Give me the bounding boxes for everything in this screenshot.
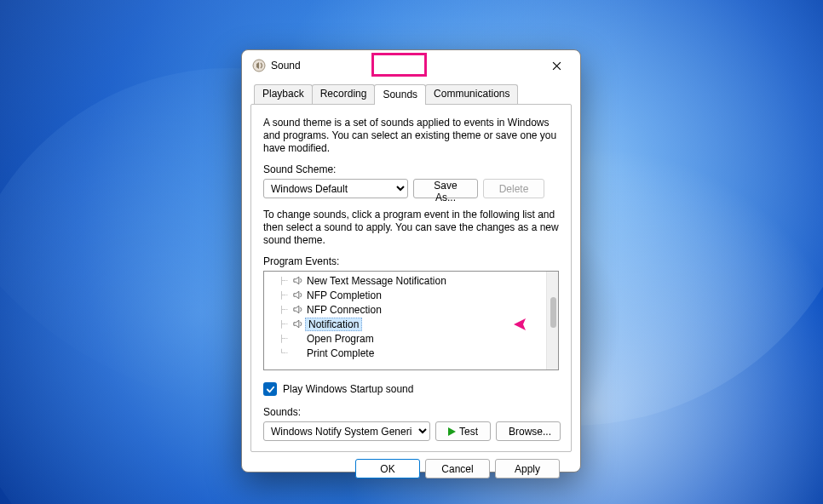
sounds-dropdown-label: Sounds: xyxy=(263,406,559,418)
tree-scroll-thumb[interactable] xyxy=(550,297,556,328)
tree-scrollbar[interactable] xyxy=(546,272,558,369)
startup-sound-checkbox[interactable]: Play Windows Startup sound xyxy=(263,382,559,396)
speaker-icon xyxy=(291,319,305,329)
delete-button[interactable]: Delete xyxy=(483,179,544,198)
speaker-icon xyxy=(291,290,305,300)
program-event-item[interactable]: ├··NFP Completion xyxy=(264,288,546,302)
apply-button[interactable]: Apply xyxy=(495,459,560,478)
startup-sound-label: Play Windows Startup sound xyxy=(283,383,413,395)
program-event-label: Print Complete xyxy=(305,347,377,359)
sounds-select[interactable]: Windows Notify System Generic xyxy=(263,421,430,441)
program-events-label: Program Events: xyxy=(263,255,559,267)
program-event-item[interactable]: └··Print Complete xyxy=(264,346,546,360)
program-event-label: NFP Completion xyxy=(305,289,385,301)
program-event-item[interactable]: ├··Notification xyxy=(264,317,546,331)
sound-scheme-label: Sound Scheme: xyxy=(263,163,559,175)
close-button[interactable] xyxy=(541,55,572,76)
title-bar: Sound xyxy=(242,50,580,79)
ok-button[interactable]: OK xyxy=(355,459,420,478)
sound-dialog-icon xyxy=(252,59,266,72)
play-icon xyxy=(448,427,456,436)
sounds-tab-panel: A sound theme is a set of sounds applied… xyxy=(250,104,572,452)
checkbox-checked-icon xyxy=(263,382,277,396)
tab-playback[interactable]: Playback xyxy=(254,84,313,104)
speaker-icon xyxy=(291,276,305,285)
tab-sounds[interactable]: Sounds xyxy=(374,84,426,105)
dialog-client-area: Playback Recording Sounds Communications… xyxy=(242,79,580,494)
program-events-tree[interactable]: ├··New Text Message Notification├··NFP C… xyxy=(263,271,559,370)
program-event-label: New Text Message Notification xyxy=(305,275,450,287)
intro-text: A sound theme is a set of sounds applied… xyxy=(263,117,559,155)
change-sounds-hint: To change sounds, click a program event … xyxy=(263,209,559,247)
save-as-button[interactable]: Save As... xyxy=(413,179,478,198)
dialog-action-bar: OK Cancel Apply xyxy=(250,452,572,485)
sound-scheme-select[interactable]: Windows Default xyxy=(263,179,408,198)
window-title: Sound xyxy=(271,60,541,72)
program-event-item[interactable]: ├··New Text Message Notification xyxy=(264,273,546,288)
cancel-button[interactable]: Cancel xyxy=(425,459,490,478)
program-event-label: Notification xyxy=(305,318,362,331)
program-event-item[interactable]: ├··NFP Connection xyxy=(264,302,546,317)
program-event-label: NFP Connection xyxy=(305,304,385,316)
tab-recording[interactable]: Recording xyxy=(312,84,376,104)
tab-communications[interactable]: Communications xyxy=(425,84,518,104)
speaker-icon xyxy=(291,305,305,314)
tab-strip: Playback Recording Sounds Communications xyxy=(254,84,572,104)
program-event-item[interactable]: ├··Open Program xyxy=(264,331,546,346)
browse-button[interactable]: Browse... xyxy=(496,421,561,441)
sound-dialog: Sound Playback Recording Sounds Communic… xyxy=(241,49,581,472)
program-event-label: Open Program xyxy=(305,333,377,345)
test-button[interactable]: Test xyxy=(435,421,491,441)
